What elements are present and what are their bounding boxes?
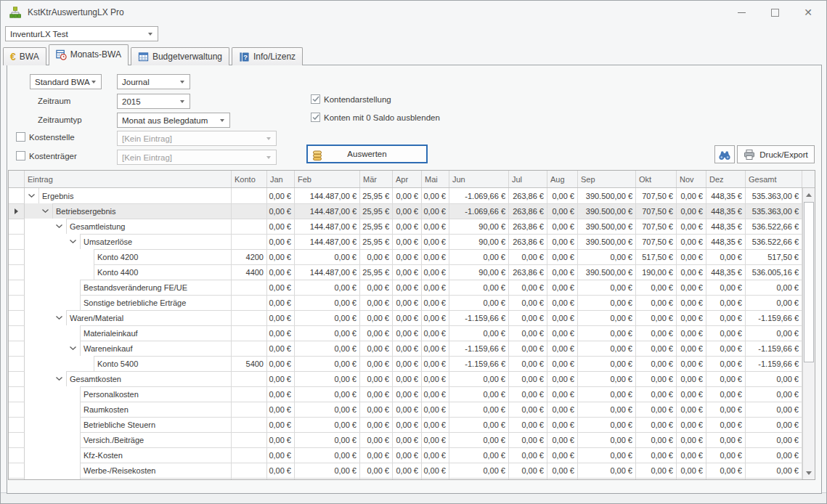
month-value-cell: 0,00 €: [547, 295, 578, 310]
table-row[interactable]: [9, 478, 802, 479]
table-row[interactable]: Umsatzerlöse0,00 €144.487,00 €25,95 €0,0…: [9, 234, 802, 249]
table-row[interactable]: Gesamtkosten0,00 €0,00 €0,00 €0,00 €0,00…: [9, 371, 802, 386]
month-value-cell: 0,00 €: [267, 219, 295, 234]
month-value-cell: 0,00 €: [509, 417, 547, 432]
bwa-type-select[interactable]: Standard BWA: [30, 74, 102, 89]
column-header-Konto[interactable]: Konto: [232, 171, 267, 187]
kontendarstellung-checkbox[interactable]: Kontendarstellung: [311, 94, 391, 104]
month-value-cell: 707,50 €: [636, 203, 677, 219]
kostenstelle-checkbox[interactable]: Kostenstelle: [16, 132, 75, 142]
column-header-Dez[interactable]: Dez: [706, 171, 746, 187]
kostentraeger-checkbox[interactable]: Kostenträger: [16, 151, 77, 160]
tab-bwa[interactable]: € BWA: [3, 47, 46, 65]
month-value-cell: 0,00 €: [393, 219, 422, 234]
zeitraum-select[interactable]: 2015: [117, 94, 190, 109]
month-value-cell: 0,00 €: [636, 447, 677, 463]
table-row[interactable]: Wareneinkauf0,00 €0,00 €0,00 €0,00 €0,00…: [9, 341, 802, 356]
scroll-down-button[interactable]: [803, 467, 815, 479]
table-row[interactable]: Konto 540054000,00 €0,00 €0,00 €0,00 €0,…: [9, 356, 802, 371]
scrollbar-thumb[interactable]: [804, 202, 814, 362]
tab-monats-bwa[interactable]: Monats-BWA: [49, 44, 129, 65]
month-value-cell: 0,00 €: [360, 447, 393, 463]
vertical-scrollbar[interactable]: [802, 188, 815, 479]
column-header-Okt[interactable]: Okt: [636, 171, 677, 187]
tree-collapse-icon[interactable]: [52, 371, 66, 386]
column-header-Gesamt[interactable]: Gesamt: [746, 171, 802, 187]
column-header-Apr[interactable]: Apr: [393, 171, 422, 187]
maximize-button[interactable]: [758, 1, 791, 24]
table-row[interactable]: Materialeinkauf0,00 €0,00 €0,00 €0,00 €0…: [9, 325, 802, 341]
tree-collapse-icon[interactable]: [52, 219, 66, 234]
column-header-Sep[interactable]: Sep: [578, 171, 636, 187]
tab-monats-bwa-label: Monats-BWA: [70, 49, 121, 60]
tab-info-lizenz[interactable]: ? Info/Lizenz: [232, 47, 303, 65]
table-row[interactable]: Kfz-Kosten0,00 €0,00 €0,00 €0,00 €0,00 €…: [9, 447, 802, 463]
zeitraumtyp-select[interactable]: Monat aus Belegdatum: [117, 113, 230, 128]
arrow-down-icon: [806, 471, 812, 475]
month-value-cell: 0,00 €: [636, 371, 677, 386]
client-select[interactable]: InventurLX Test: [5, 26, 158, 41]
month-value-cell: 0,00 €: [706, 463, 746, 478]
month-value-cell: 90,00 €: [449, 264, 509, 280]
month-value-cell: 90,00 €: [449, 234, 509, 249]
month-value-cell: 0,00 €: [677, 325, 706, 341]
bwa-type-value: Standard BWA: [35, 78, 90, 86]
column-header-Aug[interactable]: Aug: [547, 171, 578, 187]
table-row[interactable]: Waren/Material0,00 €0,00 €0,00 €0,00 €0,…: [9, 310, 802, 325]
druck-export-button[interactable]: Druck/Export: [737, 145, 815, 163]
table-row[interactable]: Betriebliche Steuern0,00 €0,00 €0,00 €0,…: [9, 417, 802, 432]
month-value-cell: 0,00 €: [267, 234, 295, 249]
month-value-cell: 0,00 €: [547, 325, 578, 341]
column-header-Nov[interactable]: Nov: [677, 171, 706, 187]
table-row[interactable]: Sonstige betriebliche Erträge0,00 €0,00 …: [9, 295, 802, 310]
table-row[interactable]: Konto 420042000,00 €0,00 €0,00 €0,00 €0,…: [9, 249, 802, 264]
table-row[interactable]: Personalkosten0,00 €0,00 €0,00 €0,00 €0,…: [9, 386, 802, 402]
month-value-cell: 0,00 €: [677, 432, 706, 447]
month-value-cell: 0,00 €: [267, 463, 295, 478]
month-value-cell: 0,00 €: [706, 295, 746, 310]
gesamt-cell: 536.522,66 €: [746, 219, 802, 234]
table-row[interactable]: Werbe-/Reisekosten0,00 €0,00 €0,00 €0,00…: [9, 463, 802, 478]
scroll-up-button[interactable]: [803, 189, 815, 200]
search-button[interactable]: [714, 145, 735, 163]
tab-budgetverwaltung[interactable]: Budgetverwaltung: [131, 47, 229, 65]
gesamt-cell: 536.005,16 €: [746, 264, 802, 280]
table-row[interactable]: Bestandsveränderung FE/UE0,00 €0,00 €0,0…: [9, 280, 802, 295]
tree-collapse-icon[interactable]: [66, 234, 80, 249]
row-indicator: [9, 356, 25, 371]
tree-collapse-icon[interactable]: [66, 341, 80, 356]
close-button[interactable]: ✕: [791, 1, 825, 24]
null-saldo-checkbox[interactable]: Konten mit 0 Saldo ausblenden: [311, 113, 440, 122]
minimize-button[interactable]: [725, 1, 758, 24]
month-value-cell: 0,00 €: [706, 356, 746, 371]
column-header-Jul[interactable]: Jul: [509, 171, 547, 187]
kontendarstellung-checkbox-box: [311, 94, 320, 104]
month-value-cell: 0,00 €: [295, 310, 360, 325]
column-header-Jun[interactable]: Jun: [449, 171, 509, 187]
month-value-cell: 448,35 €: [706, 264, 746, 280]
table-row[interactable]: Versich./Beiträge0,00 €0,00 €0,00 €0,00 …: [9, 432, 802, 447]
tree-collapse-icon[interactable]: [52, 310, 66, 325]
column-header-Feb[interactable]: Feb: [295, 171, 360, 187]
auswerten-button[interactable]: Auswerten: [306, 145, 428, 163]
month-value-cell: 0,00 €: [422, 463, 449, 478]
month-value-cell: 0,00 €: [636, 463, 677, 478]
column-header-Mär[interactable]: Mär: [360, 171, 393, 187]
month-value-cell: [509, 478, 547, 479]
column-header-Eintrag[interactable]: Eintrag: [25, 171, 232, 187]
tree-collapse-icon[interactable]: [38, 203, 52, 219]
tree-collapse-icon[interactable]: [25, 188, 38, 203]
table-row[interactable]: Gesamtleistung0,00 €144.487,00 €25,95 €0…: [9, 219, 802, 234]
table-row[interactable]: Konto 440044000,00 €144.487,00 €25,95 €0…: [9, 264, 802, 280]
table-row[interactable]: Ergebnis0,00 €144.487,00 €25,95 €0,00 €0…: [9, 188, 802, 203]
table-row[interactable]: Raumkosten0,00 €0,00 €0,00 €0,00 €0,00 €…: [9, 402, 802, 417]
month-value-cell: 390.500,00 €: [578, 264, 636, 280]
month-value-cell: 0,00 €: [360, 310, 393, 325]
table-row[interactable]: Betriebsergebnis0,00 €144.487,00 €25,95 …: [9, 203, 802, 219]
month-value-cell: 0,00 €: [509, 249, 547, 264]
month-value-cell: 0,00 €: [393, 447, 422, 463]
column-header-Jan[interactable]: Jan: [267, 171, 295, 187]
journal-select[interactable]: Journal: [117, 74, 190, 89]
column-header-Mai[interactable]: Mai: [422, 171, 449, 187]
tree-indent: [66, 280, 80, 295]
